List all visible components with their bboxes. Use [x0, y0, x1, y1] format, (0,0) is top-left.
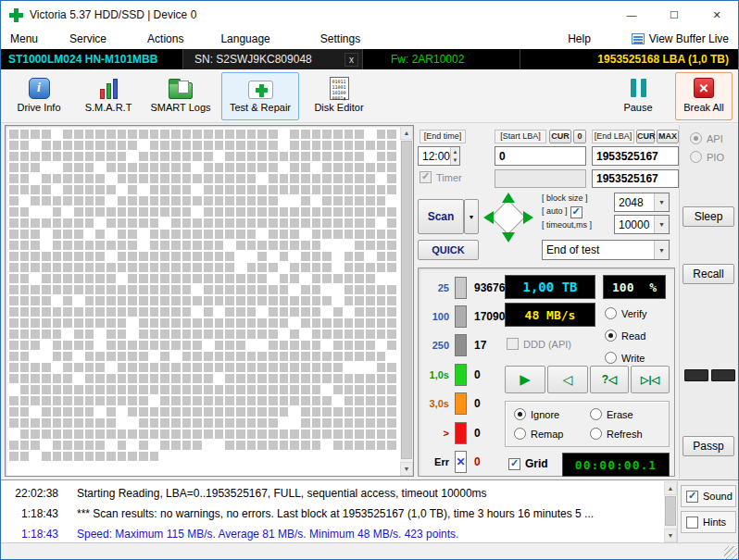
spin-down-icon[interactable]: ▼ [451, 156, 459, 166]
scan-block [150, 285, 159, 294]
api-radio-row[interactable]: API [690, 132, 723, 144]
scan-scrollbar-thumb[interactable] [401, 141, 412, 459]
timer-checkbox-row[interactable]: Timer [420, 171, 462, 183]
step-back-button[interactable]: ◁ [547, 366, 588, 393]
seek-edges-button[interactable]: ▷|◁ [631, 366, 670, 393]
quick-button[interactable]: QUICK [418, 240, 479, 260]
seek-defect-button[interactable]: ?◁ [590, 366, 629, 393]
end-time-spinner[interactable]: 12:00 ▲▼ [418, 146, 460, 166]
log-scrollbar-thumb[interactable] [665, 496, 676, 526]
end-lba-alt-input[interactable]: 1953525167 [592, 169, 679, 188]
menu-settings[interactable]: Settings [315, 31, 366, 47]
scroll-up-icon[interactable]: ▲ [400, 126, 413, 140]
ddd-row[interactable]: DDD (API) [507, 338, 571, 350]
scan-button[interactable]: Scan [418, 199, 464, 234]
auto-checkbox[interactable] [570, 206, 582, 218]
menu-help[interactable]: Help [562, 31, 596, 47]
start-test-button[interactable]: ▶ [505, 366, 545, 393]
view-buffer-live[interactable]: View Buffer Live [632, 32, 729, 45]
scroll-down-icon[interactable]: ▼ [400, 462, 413, 476]
verify-radio-row[interactable]: Verify [605, 307, 647, 319]
remap-radio[interactable] [514, 428, 526, 440]
erase-radio-row[interactable]: Erase [590, 408, 633, 420]
resize-grip[interactable] [724, 546, 737, 559]
device-serial-tab[interactable]: SN: S2SWJ9KC809048 x [183, 49, 363, 69]
read-radio-row[interactable]: Read [605, 330, 645, 342]
end-action-combo[interactable]: End of test ▼ [542, 240, 670, 260]
ignore-radio[interactable] [514, 408, 526, 420]
start-lba-zero-button[interactable]: 0 [573, 130, 586, 143]
grid-checkbox[interactable] [508, 458, 520, 470]
hints-checkbox[interactable] [686, 516, 698, 529]
recall-button[interactable]: Recall [683, 264, 734, 284]
end-lba-cur-button[interactable]: CUR [636, 130, 655, 143]
block-size-dropdown-icon[interactable]: ▼ [654, 193, 669, 211]
stat-label-0: 25 [421, 282, 449, 293]
timer-lba-input[interactable] [495, 169, 586, 188]
menu-menu[interactable]: Menu [5, 31, 44, 47]
menu-language[interactable]: Language [215, 31, 275, 47]
ignore-radio-row[interactable]: Ignore [514, 408, 559, 420]
scan-visualization[interactable]: ▲ ▼ [5, 125, 414, 477]
scan-dropdown-icon[interactable]: ▼ [464, 199, 479, 234]
log-scrollbar[interactable]: ▲ ▼ [664, 481, 677, 542]
smart-logs-button[interactable]: SMART Logs [145, 72, 216, 120]
read-radio[interactable] [605, 330, 617, 342]
seek-dpad[interactable] [482, 192, 534, 243]
spin-up-icon[interactable]: ▲ [451, 147, 459, 156]
refresh-radio-row[interactable]: Refresh [590, 428, 643, 440]
smart-button[interactable]: S.M.A.R.T [79, 72, 138, 120]
maximize-button[interactable]: ☐ [653, 1, 695, 29]
scan-block [85, 196, 94, 205]
start-lba-cur-button[interactable]: CUR [549, 130, 571, 143]
erase-radio[interactable] [590, 408, 602, 420]
test-repair-button[interactable]: Test & Repair [221, 72, 299, 120]
log-scroll-up-icon[interactable]: ▲ [664, 481, 677, 495]
start-lba-input[interactable]: 0 [495, 146, 586, 166]
disk-editor-button[interactable]: 01011 11001 10100 0001▮ Disk Editor [307, 72, 371, 120]
scan-block [322, 341, 332, 350]
refresh-radio[interactable] [590, 428, 602, 440]
menu-service[interactable]: Service [64, 31, 112, 47]
write-radio-row[interactable]: Write [605, 352, 645, 364]
seek-up-icon[interactable] [502, 193, 515, 203]
grid-toggle-row[interactable]: Grid [508, 457, 548, 470]
timeout-combo[interactable]: 10000 ▼ [614, 215, 670, 234]
api-radio[interactable] [690, 132, 702, 144]
seek-right-icon[interactable] [523, 211, 533, 224]
sleep-button[interactable]: Sleep [683, 206, 734, 227]
hints-toggle[interactable]: Hints [681, 511, 736, 533]
passp-button[interactable]: Passp [683, 436, 734, 456]
menu-actions[interactable]: Actions [142, 31, 189, 47]
write-radio[interactable] [605, 352, 617, 364]
scan-block [106, 429, 116, 439]
break-all-button[interactable]: ✕ Break All [675, 72, 733, 120]
end-time-tag[interactable]: [End time] [420, 130, 466, 143]
verify-radio[interactable] [605, 307, 617, 319]
ddd-checkbox[interactable] [507, 338, 519, 350]
drive-info-button[interactable]: i Drive Info [8, 72, 69, 120]
remap-radio-row[interactable]: Remap [514, 428, 563, 440]
seek-down-icon[interactable] [502, 232, 515, 243]
end-lba-max-button[interactable]: MAX [657, 130, 679, 143]
end-action-dropdown-icon[interactable]: ▼ [654, 241, 669, 259]
title-bar[interactable]: Victoria 5.37 HDD/SSD | Device 0 — ☐ ✕ [1, 1, 738, 29]
close-tab-icon[interactable]: x [344, 53, 358, 67]
sound-checkbox[interactable] [686, 491, 698, 503]
end-lba-input[interactable]: 1953525167 [592, 146, 679, 166]
minimize-button[interactable]: — [610, 1, 653, 29]
pio-radio[interactable] [690, 151, 702, 163]
timeout-dropdown-icon[interactable]: ▼ [654, 216, 669, 233]
seek-left-icon[interactable] [483, 211, 494, 224]
pause-button[interactable]: Pause [612, 72, 664, 120]
block-size-combo[interactable]: 2048 ▼ [614, 193, 670, 212]
log-scroll-down-icon[interactable]: ▼ [664, 529, 677, 542]
scan-scrollbar[interactable]: ▲ ▼ [400, 126, 413, 476]
timer-checkbox[interactable] [420, 171, 432, 183]
scan-block [247, 274, 257, 283]
pio-radio-row[interactable]: PIO [690, 151, 724, 163]
sound-toggle[interactable]: Sound [681, 485, 736, 507]
device-model[interactable]: ST1000LM024 HN-M101MBB [1, 49, 183, 69]
close-button[interactable]: ✕ [695, 1, 738, 29]
log-panel[interactable]: 22:02:38 Starting Reading, LBA=0..195352… [1, 479, 677, 542]
